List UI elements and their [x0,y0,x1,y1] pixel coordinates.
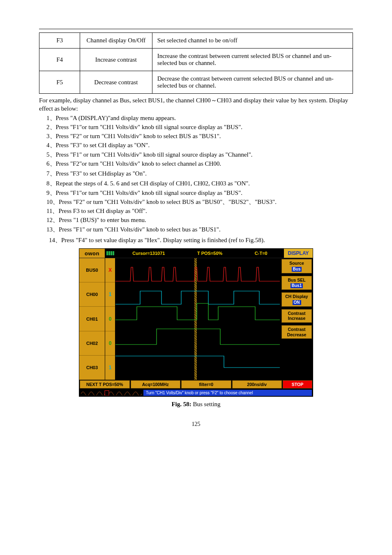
stat-cursor: Cursor=131071 [129,251,168,256]
stat-filter: filter=0 [181,380,231,388]
menu-desc: Decrease the contrast between current se… [152,71,353,94]
figure-caption: Fig. 58: Bus setting [39,401,353,408]
side-menu-button[interactable]: Contrast Decrease [281,325,312,339]
list-item: 11、Press F3 to set CH display as "Off". [46,207,353,215]
list-item: 1、Press "A (DISPLAY)"and display menu ap… [46,114,353,122]
channel-label: CH01 [79,307,105,331]
channel-labels-col: BUS0CH00CH01CH02CH03 [79,258,105,380]
menu-action: Decrease contrast [80,71,152,94]
mini-waveform-icon [81,390,143,395]
side-menu-pill: Bus [292,267,302,272]
side-menu-button[interactable]: SourceBus [281,259,312,273]
list-item: 13、Press "F1" or turn "CH1 Volts/div" kn… [46,225,353,234]
list-item: 12、Press "1 (BUS)" to enter bus menu. [46,216,353,224]
side-menu-label: CH Display [283,294,311,299]
steps-list-1: 1、Press "A (DISPLAY)"and display menu ap… [46,114,353,168]
oscilloscope-screenshot: owon Cursor=131071 T POS=50% C-T=0 DISPL… [79,248,313,397]
menu-desc: Increase the contrast between current se… [152,49,353,71]
side-menu-pill: ON [293,300,301,305]
hint-message: Turn "CH1 Volts/Div" knob or press "F2" … [143,390,312,396]
battery-icon [106,250,116,256]
channel-value: 1 [105,282,115,307]
list-item: 9、Press "F1"or turn "CH1 Volts/div" knob… [46,189,353,197]
menu-action: Channel display On/Off [80,33,152,49]
channel-label: CH02 [79,331,105,356]
channel-label: BUS0 [79,258,105,282]
steps-list-single: 7、Press "F3" to set CHdisplay as "On". [46,169,353,178]
list-item: 8、Repeat the steps of 4. 5. 6 and set CH… [46,179,353,187]
menu-action: Increase contrast [80,49,152,71]
stat-ct: C-T=0 [251,251,271,256]
channel-value: X [105,258,115,282]
menu-key: F4 [39,49,80,71]
page-number: 125 [39,421,353,428]
stat-scale: 200ns/div [232,380,282,388]
steps-last: 14、Press "F4" to set value display as "H… [49,236,353,244]
channel-value: 0 [105,331,115,356]
instruction-header: For example, display channel as Bus, sel… [39,96,353,113]
side-menu-pill: Bus1 [291,283,303,288]
menu-table: F3Channel display On/OffSet selected cha… [39,32,353,94]
osc-topbar: owon Cursor=131071 T POS=50% C-T=0 DISPL… [79,249,313,258]
display-button[interactable]: DISPLAY [284,249,313,258]
list-item: 5、Press "F1" or turn "CH1 Volts/div" kno… [46,150,353,159]
side-menu-label: Source [283,261,311,266]
channel-value: 1 [105,356,115,380]
channel-values-col: X1001 [105,258,115,380]
menu-key: F5 [39,71,80,94]
osc-hintbar: Turn "CH1 Volts/Div" knob or press "F2" … [79,389,313,396]
channel-label: CH00 [79,282,105,307]
stat-acq: Acq=100MHz [131,380,181,388]
side-menu-button[interactable]: Bus SELBus1 [281,276,312,290]
steps-list-2: 8、Repeat the steps of 4. 5. 6 and set CH… [46,179,353,234]
list-item: 4、Press "F3" to set CH display as "ON". [46,141,353,149]
svg-rect-0 [105,391,109,395]
osc-bottombar: NEXT T POS=50% Acq=100MHz filter=0 200ns… [79,380,313,389]
right-menu: SourceBusBus SELBus1CH DisplayONContrast… [280,258,313,380]
waveform-plot [115,258,280,380]
logo: owon [79,249,105,258]
list-item: 6、Press "F2"or turn "CH1 Volts/div" knob… [46,160,353,168]
list-item: 3、Press "F2" or turn "CH1 Volts/div" kno… [46,132,353,140]
side-menu-label: Bus SEL [283,278,311,283]
side-menu-button[interactable]: CH DisplayON [281,292,312,307]
side-menu-label: Contrast Decrease [283,327,311,337]
side-menu-button[interactable]: Contrast Increase [281,309,312,323]
menu-key: F3 [39,33,80,49]
list-item: 10、Press "F2" or turn "CH1 Volts/div" kn… [46,198,353,206]
side-menu-label: Contrast Increase [283,311,311,321]
menu-desc: Set selected channel to be on/off [152,33,353,49]
stop-button[interactable]: STOP [283,380,312,388]
stat-tpos: T POS=50% [194,251,226,256]
list-item: 2、Press "F1"or turn "CH1 Volts/div" knob… [46,123,353,131]
channel-value: 0 [105,307,115,331]
stat-next-tpos: NEXT T POS=50% [80,380,130,388]
channel-label: CH03 [79,356,105,380]
list-item: 7、Press "F3" to set CHdisplay as "On". [46,169,353,178]
